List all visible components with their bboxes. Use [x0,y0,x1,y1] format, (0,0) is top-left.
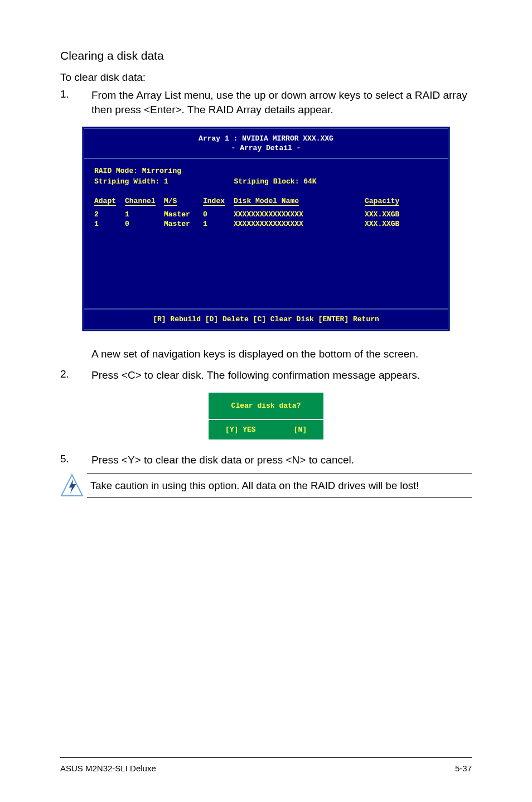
cell-ms: Master [164,210,203,219]
cell-model: XXXXXXXXXXXXXXXX [234,210,365,219]
bios-panel: Array 1 : NVIDIA MIRROR XXX.XXG - Array … [82,127,450,331]
after-bios-note: A new set of navigation keys is displaye… [60,347,472,361]
bios-footer-keys: [R] Rebuild [D] Delete [C] Clear Disk [E… [84,310,448,329]
intro-text: To clear disk data: [60,71,472,84]
striping-width-row: Striping Width: 1 Striping Block: 64K [94,177,438,186]
step-2: 2. Press <C> to clear disk. The followin… [60,368,472,383]
raid-mode-label: RAID Mode: Mirroring [94,167,438,175]
cell-channel: 0 [125,220,164,228]
step-1: 1. From the Array List menu, use the up … [60,88,472,117]
step-5-number: 5. [60,453,91,467]
caution-note: Take caution in using this option. All d… [60,474,472,499]
caution-text: Take caution in using this option. All d… [87,474,472,498]
disk-table-header: Adapt Channel M/S Index Disk Model Name … [94,197,438,206]
step-1-number: 1. [60,88,91,117]
header-capacity: Capacity [365,197,399,206]
cell-ms: Master [164,220,203,228]
cell-adapt: 1 [94,220,125,228]
bios-header: Array 1 : NVIDIA MIRROR XXX.XXG - Array … [84,129,448,159]
lightning-icon [60,474,87,499]
footer-page-number: 5-37 [455,764,472,773]
step-5-text: Press <Y> to clear the disk data or pres… [91,453,472,467]
footer-product: ASUS M2N32-SLI Deluxe [60,764,156,773]
cell-capacity: XXX.XXGB [365,220,415,228]
header-index: Index [203,197,225,206]
bios-header-line1: Array 1 : NVIDIA MIRROR XXX.XXG [84,134,448,143]
cell-index: 0 [203,210,234,219]
header-model: Disk Model Name [234,197,299,206]
confirm-question: Clear disk data? [209,393,323,419]
striping-width-label: Striping Width: 1 [94,177,168,186]
table-row: 1 0 Master 1 XXXXXXXXXXXXXXXX XXX.XXGB [94,220,438,228]
bios-header-line2: - Array Detail - [84,144,448,152]
cell-index: 1 [203,220,234,228]
cell-capacity: XXX.XXGB [365,210,415,219]
bios-body: RAID Mode: Mirroring Striping Width: 1 S… [84,159,448,310]
section-title: Clearing a disk data [60,49,472,62]
cell-adapt: 2 [94,210,125,219]
striping-block-label: Striping Block: 64K [234,177,316,186]
confirm-dialog: Clear disk data? [Y] YES [N] [60,393,472,439]
step-1-text: From the Array List menu, use the up or … [91,88,472,117]
page-footer: ASUS M2N32-SLI Deluxe 5-37 [60,757,472,773]
cell-model: XXXXXXXXXXXXXXXX [234,220,365,228]
step-2-text: Press <C> to clear disk. The following c… [91,368,472,383]
cell-channel: 1 [125,210,164,219]
step-2-number: 2. [60,368,91,383]
header-ms: M/S [164,197,177,206]
confirm-yes: [Y] YES [225,426,256,434]
header-channel: Channel [125,197,156,206]
header-adapt: Adapt [94,197,116,206]
after-bios-text: A new set of navigation keys is displaye… [91,347,472,361]
table-row: 2 1 Master 0 XXXXXXXXXXXXXXXX XXX.XXGB [94,210,438,219]
confirm-no: [N] [294,426,307,434]
step-5: 5. Press <Y> to clear the disk data or p… [60,453,472,467]
spacer [60,347,91,361]
